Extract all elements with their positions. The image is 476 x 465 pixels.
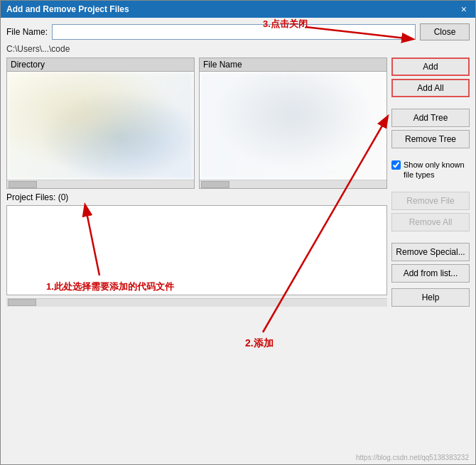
filename-scrollbar-thumb	[201, 181, 229, 188]
directory-scrollbar[interactable]	[7, 180, 194, 188]
file-name-input[interactable]	[52, 24, 416, 40]
right-panel: Add Add All Add Tree Remove Tree Show on…	[391, 58, 470, 307]
project-files-section: Project Files: (0)	[6, 192, 387, 307]
add-from-list-button[interactable]: Add from list...	[391, 264, 470, 283]
filename-scrollbar[interactable]	[200, 180, 386, 188]
add-tree-button[interactable]: Add Tree	[391, 109, 470, 127]
left-content: Directory File Name	[6, 58, 387, 307]
directory-blurred-content	[7, 72, 194, 180]
remove-file-button[interactable]: Remove File	[391, 192, 470, 210]
directory-panel: Directory	[6, 58, 195, 189]
panels-row: Directory File Name	[6, 58, 387, 189]
remove-special-button[interactable]: Remove Special...	[391, 243, 470, 261]
directory-panel-header: Directory	[7, 58, 194, 72]
project-files-panel[interactable]	[6, 205, 387, 295]
add-button[interactable]: Add	[391, 58, 470, 76]
filename-panel-body[interactable]	[200, 72, 386, 180]
path-label: C:\Users\...\code	[6, 44, 470, 54]
show-known-types-row: Show only known file types	[391, 160, 470, 180]
main-layout: Directory File Name	[6, 58, 470, 307]
remove-all-button[interactable]: Remove All	[391, 213, 470, 231]
file-name-label: File Name:	[6, 27, 48, 37]
filename-panel: File Name	[199, 58, 387, 189]
filename-blurred-content	[200, 72, 386, 180]
window-title: Add and Remove Project Files	[6, 4, 129, 14]
close-button[interactable]: Close	[420, 23, 470, 40]
main-window: Add and Remove Project Files × File Name…	[0, 0, 476, 465]
project-files-scrollbar[interactable]	[6, 298, 387, 307]
file-name-row: File Name: Close	[6, 23, 470, 40]
add-all-button[interactable]: Add All	[391, 79, 470, 97]
title-bar-close-button[interactable]: ×	[458, 4, 470, 14]
show-known-types-label: Show only known file types	[404, 160, 470, 180]
directory-panel-body[interactable]	[7, 72, 194, 180]
title-bar: Add and Remove Project Files ×	[1, 1, 475, 18]
window-content: File Name: Close C:\Users\...\code Direc…	[1, 18, 475, 464]
remove-tree-button[interactable]: Remove Tree	[391, 130, 470, 148]
help-button[interactable]: Help	[391, 288, 470, 307]
project-files-scrollbar-thumb	[8, 299, 36, 306]
filename-panel-header: File Name	[200, 58, 386, 72]
directory-scrollbar-thumb	[9, 181, 37, 188]
project-files-label: Project Files: (0)	[6, 192, 387, 202]
show-known-types-checkbox[interactable]	[391, 160, 401, 170]
